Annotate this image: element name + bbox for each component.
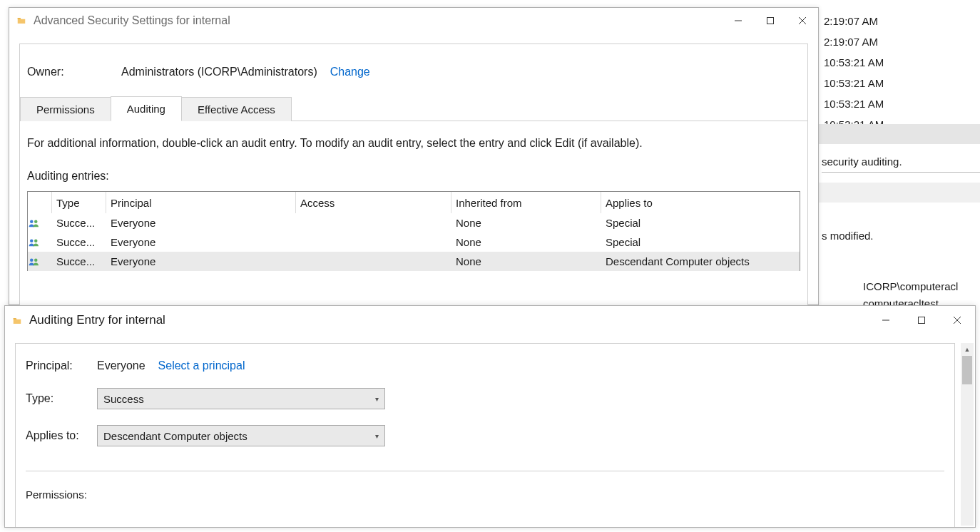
scroll-thumb[interactable] <box>962 356 972 384</box>
svg-point-6 <box>30 239 34 242</box>
cell-applies: Special <box>601 236 800 248</box>
table-row[interactable]: Succe...EveryoneNoneSpecial <box>28 232 800 252</box>
chevron-down-icon: ▾ <box>375 395 379 403</box>
svg-point-4 <box>30 220 34 223</box>
bg-account: ICORP\computeracl <box>863 278 958 295</box>
type-dropdown-value: Success <box>103 393 144 405</box>
select-principal-link[interactable]: Select a principal <box>158 359 245 372</box>
cell-type: Succe... <box>52 217 106 229</box>
cell-principal: Everyone <box>106 255 296 267</box>
bg-time: 10:53:21 AM <box>824 73 884 93</box>
svg-rect-1 <box>767 18 773 24</box>
cell-inherited: None <box>451 255 601 267</box>
advanced-security-settings-window: Advanced Security Settings for internal … <box>9 7 819 305</box>
window-controls <box>868 306 975 334</box>
principal-value: Everyone <box>97 359 146 372</box>
people-icon <box>28 257 52 267</box>
folder-icon <box>16 16 26 26</box>
principal-label: Principal: <box>26 359 97 372</box>
change-owner-link[interactable]: Change <box>330 66 370 78</box>
svg-point-5 <box>34 220 38 223</box>
bg-time: 10:53:21 AM <box>824 52 884 73</box>
cell-type: Succe... <box>52 255 106 267</box>
applies-to-label: Applies to: <box>26 429 97 442</box>
cell-applies: Descendant Computer objects <box>601 255 800 267</box>
auditing-entries-label: Auditing entries: <box>20 155 807 187</box>
cell-inherited: None <box>451 217 601 229</box>
win2-content: Principal: Everyone Select a principal T… <box>15 343 955 527</box>
cell-type: Succe... <box>52 236 106 248</box>
minimize-button[interactable] <box>722 8 754 34</box>
principal-row: Principal: Everyone Select a principal <box>26 359 944 372</box>
cell-applies: Special <box>601 217 800 229</box>
bg-modified-text: s modified. <box>822 230 874 242</box>
close-button[interactable] <box>786 8 818 34</box>
col-type-header[interactable]: Type <box>52 192 106 213</box>
col-access-header[interactable]: Access <box>296 192 451 213</box>
table-row[interactable]: Succe...EveryoneNoneSpecial <box>28 213 800 232</box>
cell-principal: Everyone <box>106 217 296 229</box>
svg-point-8 <box>30 258 34 262</box>
tab-auditing[interactable]: Auditing <box>111 96 182 121</box>
table-header: Type Principal Access Inherited from App… <box>28 192 800 213</box>
win1-titlebar[interactable]: Advanced Security Settings for internal <box>9 8 818 34</box>
col-principal-header[interactable]: Principal <box>106 192 296 213</box>
bg-time: 2:19:07 AM <box>824 11 884 31</box>
applies-to-dropdown[interactable]: Descendant Computer objects ▾ <box>97 425 385 446</box>
svg-point-9 <box>34 258 38 262</box>
folder-icon <box>12 315 22 325</box>
close-button[interactable] <box>939 306 975 334</box>
win1-title: Advanced Security Settings for internal <box>34 14 230 27</box>
applies-to-dropdown-value: Descendant Computer objects <box>103 430 247 442</box>
bg-timestamps: 2:19:07 AM 2:19:07 AM 10:53:21 AM 10:53:… <box>824 11 884 135</box>
col-icon-header[interactable] <box>28 192 52 213</box>
col-applies-header[interactable]: Applies to <box>601 192 800 213</box>
permissions-label: Permissions: <box>26 488 87 501</box>
minimize-button[interactable] <box>868 306 904 334</box>
bg-security-auditing-text: security auditing. <box>822 155 980 173</box>
tab-strip: Permissions Auditing Effective Access <box>20 96 807 121</box>
chevron-down-icon: ▾ <box>375 432 379 440</box>
vertical-scrollbar[interactable]: ▲ <box>961 343 974 526</box>
applies-to-row: Applies to: Descendant Computer objects … <box>26 425 944 446</box>
bg-time: 10:53:21 AM <box>824 93 884 114</box>
cell-principal: Everyone <box>106 236 296 248</box>
scroll-up-icon[interactable]: ▲ <box>961 343 974 356</box>
bg-time: 2:19:07 AM <box>824 31 884 52</box>
win1-content: Owner: Administrators (ICORP\Administrat… <box>19 44 808 319</box>
table-row[interactable]: Succe...EveryoneNoneDescendant Computer … <box>28 252 800 271</box>
svg-rect-11 <box>919 317 925 324</box>
people-icon <box>28 237 52 247</box>
tab-effective-access[interactable]: Effective Access <box>181 97 292 121</box>
auditing-entries-table: Type Principal Access Inherited from App… <box>27 191 800 271</box>
win2-title: Auditing Entry for internal <box>29 313 165 327</box>
owner-value: Administrators (ICORP\Administrators) <box>121 66 317 78</box>
maximize-button[interactable] <box>754 8 786 34</box>
cell-inherited: None <box>451 236 601 248</box>
auditing-instructions: For additional information, double-click… <box>20 121 807 155</box>
people-icon <box>28 218 52 228</box>
bg-divider <box>819 183 980 203</box>
type-label: Type: <box>26 392 97 405</box>
window-controls <box>722 8 818 34</box>
auditing-entry-window: Auditing Entry for internal ▲ Principal:… <box>4 305 976 528</box>
owner-label: Owner: <box>27 66 121 78</box>
bg-divider <box>819 124 980 144</box>
permissions-section: Permissions: <box>26 471 944 501</box>
table-body: Succe...EveryoneNoneSpecialSucce...Every… <box>28 213 800 271</box>
svg-point-7 <box>34 239 38 242</box>
tab-permissions[interactable]: Permissions <box>20 97 111 121</box>
owner-row: Owner: Administrators (ICORP\Administrat… <box>20 44 807 96</box>
win2-titlebar[interactable]: Auditing Entry for internal <box>5 306 975 334</box>
maximize-button[interactable] <box>904 306 939 334</box>
type-dropdown[interactable]: Success ▾ <box>97 388 385 409</box>
col-inherited-header[interactable]: Inherited from <box>451 192 601 213</box>
type-row: Type: Success ▾ <box>26 388 944 409</box>
